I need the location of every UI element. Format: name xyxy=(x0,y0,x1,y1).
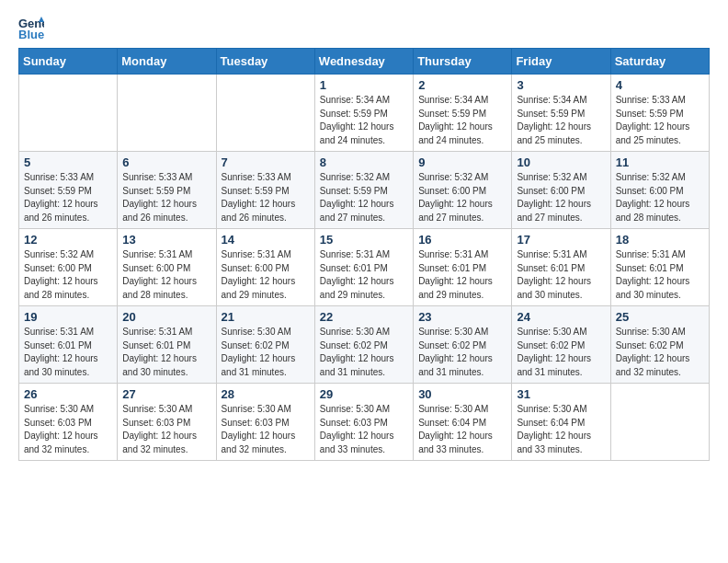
calendar-cell: 20Sunrise: 5:31 AM Sunset: 6:01 PM Dayli… xyxy=(118,306,216,384)
day-info: Sunrise: 5:30 AM Sunset: 6:04 PM Dayligh… xyxy=(517,403,605,456)
header-thursday: Thursday xyxy=(414,49,512,75)
day-number: 5 xyxy=(24,155,112,169)
header-saturday: Saturday xyxy=(610,49,709,75)
day-number: 3 xyxy=(517,78,605,92)
calendar-week-row: 19Sunrise: 5:31 AM Sunset: 6:01 PM Dayli… xyxy=(19,306,710,384)
day-info: Sunrise: 5:33 AM Sunset: 5:59 PM Dayligh… xyxy=(616,94,704,147)
calendar-cell: 22Sunrise: 5:30 AM Sunset: 6:02 PM Dayli… xyxy=(314,306,413,384)
day-number: 16 xyxy=(418,233,506,247)
calendar-cell: 26Sunrise: 5:30 AM Sunset: 6:03 PM Dayli… xyxy=(19,384,118,461)
day-info: Sunrise: 5:31 AM Sunset: 6:01 PM Dayligh… xyxy=(418,248,506,302)
calendar-cell: 18Sunrise: 5:31 AM Sunset: 6:01 PM Dayli… xyxy=(610,229,709,306)
day-info: Sunrise: 5:30 AM Sunset: 6:03 PM Dayligh… xyxy=(122,403,210,456)
calendar-week-row: 26Sunrise: 5:30 AM Sunset: 6:03 PM Dayli… xyxy=(19,384,710,461)
calendar-cell: 19Sunrise: 5:31 AM Sunset: 6:01 PM Dayli… xyxy=(19,306,118,384)
day-info: Sunrise: 5:30 AM Sunset: 6:02 PM Dayligh… xyxy=(320,326,408,379)
day-info: Sunrise: 5:30 AM Sunset: 6:02 PM Dayligh… xyxy=(222,326,310,379)
day-info: Sunrise: 5:31 AM Sunset: 6:00 PM Dayligh… xyxy=(222,248,310,302)
day-number: 25 xyxy=(616,310,704,324)
day-number: 24 xyxy=(517,310,605,324)
calendar-cell: 31Sunrise: 5:30 AM Sunset: 6:04 PM Dayli… xyxy=(512,384,610,461)
day-number: 2 xyxy=(418,78,506,92)
day-info: Sunrise: 5:31 AM Sunset: 6:01 PM Dayligh… xyxy=(320,248,408,302)
calendar-cell: 27Sunrise: 5:30 AM Sunset: 6:03 PM Dayli… xyxy=(118,384,216,461)
calendar-header-row: SundayMondayTuesdayWednesdayThursdayFrid… xyxy=(19,49,710,75)
calendar-cell: 14Sunrise: 5:31 AM Sunset: 6:00 PM Dayli… xyxy=(216,229,314,306)
calendar-cell xyxy=(216,75,314,152)
day-number: 8 xyxy=(320,155,408,169)
day-number: 23 xyxy=(418,310,506,324)
day-number: 11 xyxy=(616,155,704,169)
calendar-cell: 8Sunrise: 5:32 AM Sunset: 5:59 PM Daylig… xyxy=(314,152,413,229)
calendar-week-row: 12Sunrise: 5:32 AM Sunset: 6:00 PM Dayli… xyxy=(19,229,710,306)
calendar-cell: 15Sunrise: 5:31 AM Sunset: 6:01 PM Dayli… xyxy=(314,229,413,306)
calendar-cell: 23Sunrise: 5:30 AM Sunset: 6:02 PM Dayli… xyxy=(414,306,512,384)
day-number: 4 xyxy=(616,78,704,92)
day-number: 17 xyxy=(517,233,605,247)
calendar-cell: 4Sunrise: 5:33 AM Sunset: 5:59 PM Daylig… xyxy=(610,75,709,152)
calendar-week-row: 5Sunrise: 5:33 AM Sunset: 5:59 PM Daylig… xyxy=(19,152,710,229)
calendar-cell: 16Sunrise: 5:31 AM Sunset: 6:01 PM Dayli… xyxy=(414,229,512,306)
day-info: Sunrise: 5:34 AM Sunset: 5:59 PM Dayligh… xyxy=(517,94,605,147)
day-number: 26 xyxy=(24,387,112,401)
calendar-cell: 28Sunrise: 5:30 AM Sunset: 6:03 PM Dayli… xyxy=(216,384,314,461)
day-info: Sunrise: 5:31 AM Sunset: 6:01 PM Dayligh… xyxy=(616,248,704,302)
day-number: 18 xyxy=(616,233,704,247)
header-monday: Monday xyxy=(118,49,216,75)
day-info: Sunrise: 5:31 AM Sunset: 6:01 PM Dayligh… xyxy=(517,248,605,302)
day-number: 15 xyxy=(320,233,408,247)
calendar-cell: 5Sunrise: 5:33 AM Sunset: 5:59 PM Daylig… xyxy=(19,152,118,229)
day-info: Sunrise: 5:30 AM Sunset: 6:03 PM Dayligh… xyxy=(320,403,408,456)
calendar-cell: 21Sunrise: 5:30 AM Sunset: 6:02 PM Dayli… xyxy=(216,306,314,384)
day-info: Sunrise: 5:34 AM Sunset: 5:59 PM Dayligh… xyxy=(320,94,408,147)
page-header: General Blue xyxy=(18,15,710,40)
svg-text:Blue: Blue xyxy=(18,28,44,40)
day-number: 12 xyxy=(24,233,112,247)
header-tuesday: Tuesday xyxy=(216,49,314,75)
day-number: 21 xyxy=(222,310,310,324)
day-info: Sunrise: 5:30 AM Sunset: 6:03 PM Dayligh… xyxy=(24,403,112,456)
day-info: Sunrise: 5:31 AM Sunset: 6:01 PM Dayligh… xyxy=(122,326,210,379)
day-info: Sunrise: 5:30 AM Sunset: 6:02 PM Dayligh… xyxy=(418,326,506,379)
calendar-cell: 1Sunrise: 5:34 AM Sunset: 5:59 PM Daylig… xyxy=(314,75,413,152)
day-number: 14 xyxy=(222,233,310,247)
calendar-cell: 29Sunrise: 5:30 AM Sunset: 6:03 PM Dayli… xyxy=(314,384,413,461)
day-number: 9 xyxy=(418,155,506,169)
day-number: 19 xyxy=(24,310,112,324)
calendar-cell: 7Sunrise: 5:33 AM Sunset: 5:59 PM Daylig… xyxy=(216,152,314,229)
calendar-cell: 12Sunrise: 5:32 AM Sunset: 6:00 PM Dayli… xyxy=(19,229,118,306)
day-number: 28 xyxy=(222,387,310,401)
calendar-cell xyxy=(118,75,216,152)
calendar-table: SundayMondayTuesdayWednesdayThursdayFrid… xyxy=(18,48,710,461)
day-info: Sunrise: 5:33 AM Sunset: 5:59 PM Dayligh… xyxy=(24,171,112,224)
calendar-cell: 10Sunrise: 5:32 AM Sunset: 6:00 PM Dayli… xyxy=(512,152,610,229)
day-number: 6 xyxy=(122,155,210,169)
calendar-cell: 3Sunrise: 5:34 AM Sunset: 5:59 PM Daylig… xyxy=(512,75,610,152)
day-info: Sunrise: 5:32 AM Sunset: 6:00 PM Dayligh… xyxy=(418,171,506,224)
calendar-cell xyxy=(610,384,709,461)
calendar-cell: 30Sunrise: 5:30 AM Sunset: 6:04 PM Dayli… xyxy=(414,384,512,461)
calendar-cell: 9Sunrise: 5:32 AM Sunset: 6:00 PM Daylig… xyxy=(414,152,512,229)
day-number: 1 xyxy=(320,78,408,92)
day-number: 13 xyxy=(122,233,210,247)
day-number: 22 xyxy=(320,310,408,324)
day-info: Sunrise: 5:32 AM Sunset: 6:00 PM Dayligh… xyxy=(517,171,605,224)
day-number: 20 xyxy=(122,310,210,324)
day-info: Sunrise: 5:34 AM Sunset: 5:59 PM Dayligh… xyxy=(418,94,506,147)
logo: General Blue xyxy=(18,15,48,40)
day-info: Sunrise: 5:30 AM Sunset: 6:03 PM Dayligh… xyxy=(222,403,310,456)
day-info: Sunrise: 5:33 AM Sunset: 5:59 PM Dayligh… xyxy=(122,171,210,224)
day-number: 31 xyxy=(517,387,605,401)
calendar-cell: 17Sunrise: 5:31 AM Sunset: 6:01 PM Dayli… xyxy=(512,229,610,306)
calendar-cell xyxy=(19,75,118,152)
header-wednesday: Wednesday xyxy=(314,49,413,75)
day-info: Sunrise: 5:30 AM Sunset: 6:02 PM Dayligh… xyxy=(616,326,704,379)
calendar-cell: 6Sunrise: 5:33 AM Sunset: 5:59 PM Daylig… xyxy=(118,152,216,229)
header-sunday: Sunday xyxy=(19,49,118,75)
day-number: 30 xyxy=(418,387,506,401)
logo-icon: General Blue xyxy=(18,15,44,40)
calendar-cell: 25Sunrise: 5:30 AM Sunset: 6:02 PM Dayli… xyxy=(610,306,709,384)
day-number: 29 xyxy=(320,387,408,401)
day-info: Sunrise: 5:32 AM Sunset: 6:00 PM Dayligh… xyxy=(616,171,704,224)
calendar-cell: 13Sunrise: 5:31 AM Sunset: 6:00 PM Dayli… xyxy=(118,229,216,306)
